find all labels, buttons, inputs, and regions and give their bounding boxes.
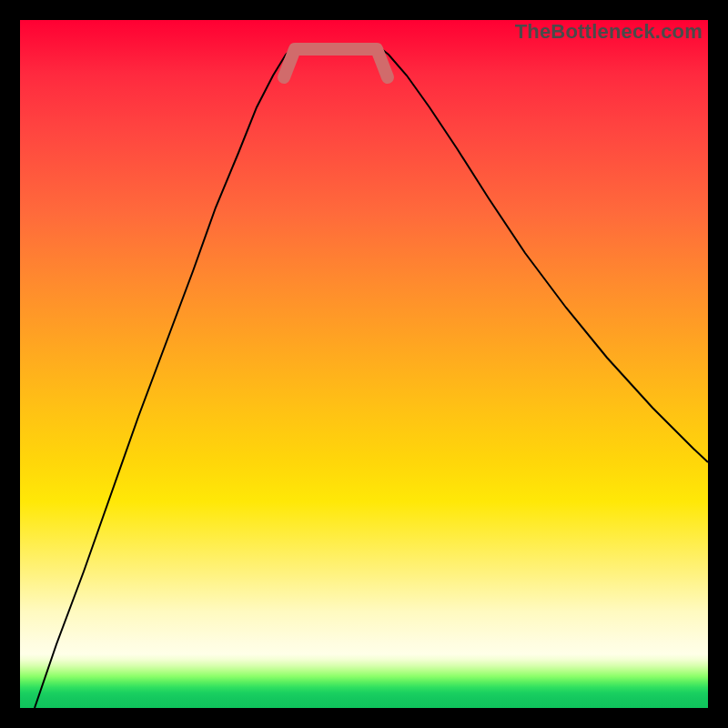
right-curve bbox=[379, 47, 708, 462]
chart-frame: TheBottleneck.com bbox=[0, 0, 728, 728]
left-curve bbox=[35, 47, 293, 708]
bottom-bracket bbox=[284, 49, 388, 77]
plot-area: TheBottleneck.com bbox=[20, 20, 708, 708]
chart-svg bbox=[20, 20, 708, 708]
